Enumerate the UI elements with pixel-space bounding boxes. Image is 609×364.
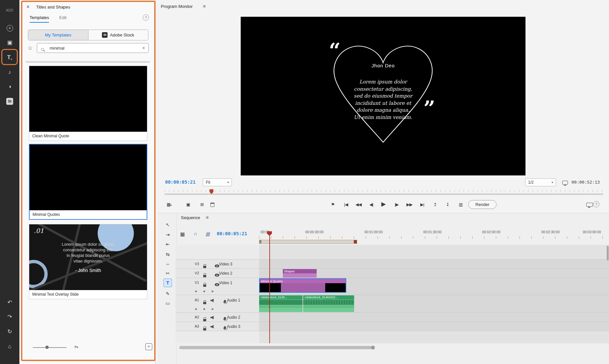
home-icon[interactable]: ⌂	[0, 342, 19, 352]
sequence-menu-icon[interactable]: ≡	[206, 215, 208, 220]
adobe-stock-toggle[interactable]: St Adobe Stock	[88, 30, 148, 40]
multi-camera-icon[interactable]: ▥	[455, 200, 466, 209]
render-button[interactable]: Render	[468, 200, 497, 209]
track-name[interactable]: Audio 1	[227, 298, 240, 303]
mic-icon[interactable]	[224, 326, 226, 329]
track-name[interactable]: Video 2	[219, 271, 232, 276]
trash-icon[interactable]	[210, 203, 214, 207]
my-templates-toggle[interactable]: My Templates	[28, 30, 88, 40]
display-settings-icon[interactable]: ▦▾	[164, 200, 174, 209]
step-forward-icon[interactable]: |▶	[391, 200, 402, 209]
timeline-ruler[interactable]: :00:00 00:00:30:00 00:01:00:00 00:01:30:…	[259, 229, 609, 239]
clip-shapes[interactable]: Shapes	[283, 269, 317, 278]
titles-and-shapes-icon[interactable]: T+	[0, 53, 19, 62]
razor-tool[interactable]: ✂	[162, 269, 174, 277]
new-item-icon[interactable]: ▣	[183, 200, 193, 209]
tab-templates[interactable]: Templates	[30, 15, 49, 23]
track-label[interactable]: V2	[195, 271, 199, 275]
template-card-minimal-quotes[interactable]: Minimal Quotes	[29, 144, 147, 220]
thumbnail-size-slider[interactable]	[33, 347, 66, 348]
favorites-star-icon[interactable]: ☆	[28, 45, 33, 52]
track-name[interactable]: Video 3	[219, 262, 232, 266]
grid-view-icon[interactable]: ⊞	[197, 200, 207, 209]
program-monitor-menu-icon[interactable]: ≡	[203, 4, 206, 9]
next-keyframe-icon[interactable]: ▶	[212, 290, 214, 293]
clip-audio-2[interactable]: AdobeStock_81463422...	[303, 295, 354, 312]
sort-icon[interactable]: ≡▾	[74, 344, 78, 349]
track-label[interactable]: V3	[195, 262, 199, 266]
audio-icon[interactable]: ♪	[0, 67, 19, 77]
work-area-bar[interactable]	[259, 240, 357, 244]
track-select-tool[interactable]: ⇥	[162, 231, 174, 239]
prev-keyframe-icon[interactable]: ◀	[195, 307, 197, 310]
dual-display-icon[interactable]	[586, 203, 593, 207]
add-keyframe-icon[interactable]: ◆	[203, 290, 205, 293]
media-browser-icon[interactable]: ▣	[0, 38, 19, 48]
track-name[interactable]: Video 1	[219, 281, 232, 285]
rolling-edit-tool[interactable]: ⇆	[162, 250, 174, 258]
type-tool[interactable]: T	[163, 279, 172, 287]
scrollbar-handle[interactable]	[371, 346, 375, 350]
go-to-out-icon[interactable]: ▶|	[417, 200, 427, 209]
stock-icon[interactable]: St	[0, 96, 19, 106]
clip-audio-1[interactable]: AdobeStock_5130...	[259, 295, 303, 312]
list-scrollbar[interactable]	[26, 61, 150, 63]
prev-keyframe-icon[interactable]: ◀	[195, 290, 197, 293]
step-back-icon[interactable]: ◀|	[366, 200, 377, 209]
help-icon[interactable]: ?	[143, 14, 149, 21]
lock-icon[interactable]	[203, 275, 206, 277]
work-area-start-handle[interactable]	[259, 240, 261, 243]
lock-icon[interactable]	[203, 266, 206, 268]
next-keyframe-icon[interactable]: ▶	[212, 307, 214, 310]
add-marker-icon[interactable]: ⚑	[328, 200, 338, 209]
mic-icon[interactable]	[224, 317, 226, 320]
lock-icon[interactable]	[203, 284, 206, 287]
vertical-scrollbar[interactable]	[607, 246, 609, 261]
sequence-timecode[interactable]: 00:00:05:21	[217, 231, 247, 236]
snap-magnet-icon[interactable]: ∩	[194, 231, 197, 237]
horizontal-scrollbar[interactable]	[179, 346, 372, 349]
fit-dropdown[interactable]: Fit▾	[203, 178, 232, 186]
track-label[interactable]: A1	[195, 298, 199, 302]
redo-icon[interactable]: ↷	[0, 312, 19, 322]
play-icon[interactable]: ▶	[378, 200, 389, 208]
selection-tool[interactable]: ↖	[162, 221, 174, 229]
timeline-settings-icon[interactable]: ▦	[180, 231, 185, 237]
sync-icon[interactable]: ↻	[0, 327, 19, 337]
scrubber-bar[interactable]	[164, 193, 603, 195]
resolution-dropdown[interactable]: 1/2▾	[525, 178, 556, 186]
rectangle-tool[interactable]: ▭	[162, 299, 174, 307]
add-keyframe-icon[interactable]: ◆	[203, 307, 205, 310]
go-to-in-icon[interactable]: |◀	[341, 200, 351, 209]
work-area-end-handle[interactable]	[354, 240, 357, 243]
rewind-icon[interactable]: ◀◀	[353, 200, 364, 209]
search-input[interactable]: minimal ×	[37, 43, 149, 53]
add-media-icon[interactable]: +	[0, 23, 19, 33]
timeline-playhead-line[interactable]	[269, 231, 270, 343]
new-template-icon[interactable]: +	[145, 343, 152, 350]
transitions-icon[interactable]: ◑	[0, 82, 19, 92]
track-label[interactable]: A3	[195, 324, 199, 328]
track-label[interactable]: V1	[195, 281, 199, 284]
ripple-edit-tool[interactable]: ⇤	[162, 240, 174, 248]
pen-tool[interactable]: ✎	[162, 290, 174, 298]
track-name[interactable]: Audio 3	[227, 324, 240, 329]
extract-icon[interactable]: ↧	[442, 200, 453, 209]
slider-handle[interactable]	[45, 346, 49, 349]
clip-minimal-quotes[interactable]: Minimal Quotes	[259, 278, 346, 293]
lock-icon[interactable]	[203, 319, 206, 321]
close-icon[interactable]: ×	[26, 4, 30, 10]
lock-icon[interactable]	[203, 328, 206, 330]
monitor-settings-icon[interactable]	[562, 181, 568, 185]
template-card-clean-minimal-quote[interactable]: Clean Minimal Quote	[29, 66, 147, 141]
fast-forward-icon[interactable]: ▶▶	[404, 200, 415, 209]
mic-icon[interactable]	[224, 300, 226, 303]
template-card-minimal-text-overlay[interactable]: .01 Lorem ipsum dolor sit amet, consecte…	[29, 224, 147, 299]
track-label[interactable]: A2	[195, 315, 199, 319]
undo-icon[interactable]: ↶	[0, 298, 19, 307]
track-name[interactable]: Audio 2	[227, 315, 240, 320]
help-icon[interactable]: ?	[593, 201, 599, 207]
tab-edit[interactable]: Edit	[59, 15, 66, 20]
playhead-timecode[interactable]: 00:00:05:21	[165, 179, 196, 185]
search-clear-icon[interactable]: ×	[142, 45, 145, 51]
